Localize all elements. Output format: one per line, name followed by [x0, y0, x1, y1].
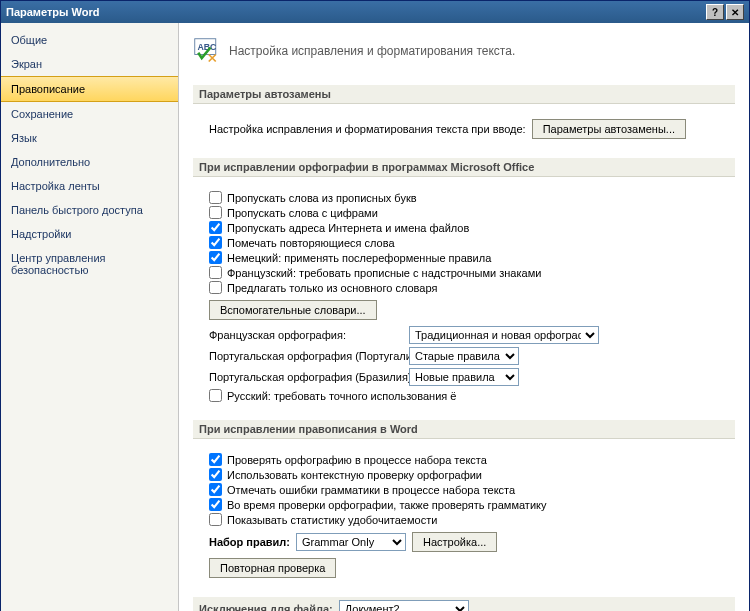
- cb-numbers[interactable]: [209, 206, 222, 219]
- cb-uppercase[interactable]: [209, 191, 222, 204]
- recheck-button[interactable]: Повторная проверка: [209, 558, 336, 578]
- lbl-mark-grammar: Отмечать ошибки грамматики в процессе на…: [227, 484, 515, 496]
- cb-main-dict[interactable]: [209, 281, 222, 294]
- section-autocorrect-header: Параметры автозамены: [193, 85, 735, 104]
- sidebar-item-language[interactable]: Язык: [1, 126, 178, 150]
- pt-pt-label: Португальская орфография (Португалия):: [209, 350, 399, 362]
- grammar-settings-button[interactable]: Настройка...: [412, 532, 497, 552]
- proofing-icon: ABC: [193, 37, 221, 65]
- sidebar-item-general[interactable]: Общие: [1, 28, 178, 52]
- cb-check-grammar[interactable]: [209, 498, 222, 511]
- page-header: ABC Настройка исправления и форматирован…: [193, 31, 735, 77]
- cb-russian-yo[interactable]: [209, 389, 222, 402]
- sidebar-item-qat[interactable]: Панель быстрого доступа: [1, 198, 178, 222]
- dialog-window: Параметры Word ? ✕ Общие Экран Правописа…: [0, 0, 750, 611]
- lbl-french-acc: Французский: требовать прописные с надст…: [227, 267, 541, 279]
- dialog-body: Общие Экран Правописание Сохранение Язык…: [1, 23, 749, 611]
- section-office-header: При исправлении орфографии в программах …: [193, 158, 735, 177]
- cb-context-spell[interactable]: [209, 468, 222, 481]
- custom-dictionaries-button[interactable]: Вспомогательные словари...: [209, 300, 377, 320]
- window-title: Параметры Word: [6, 6, 99, 18]
- autocorrect-desc: Настройка исправления и форматирования т…: [209, 123, 526, 135]
- sidebar-item-proofing[interactable]: Правописание: [1, 76, 178, 102]
- sidebar: Общие Экран Правописание Сохранение Язык…: [1, 23, 179, 611]
- sidebar-item-advanced[interactable]: Дополнительно: [1, 150, 178, 174]
- lbl-repeated: Помечать повторяющиеся слова: [227, 237, 395, 249]
- titlebar: Параметры Word ? ✕: [1, 1, 749, 23]
- cb-readability[interactable]: [209, 513, 222, 526]
- sidebar-item-addins[interactable]: Надстройки: [1, 222, 178, 246]
- exceptions-title: Исключения для файла:: [199, 603, 333, 611]
- lbl-russian-yo: Русский: требовать точного использования…: [227, 390, 456, 402]
- titlebar-buttons: ? ✕: [706, 4, 744, 20]
- sidebar-item-save[interactable]: Сохранение: [1, 102, 178, 126]
- exceptions-file-select[interactable]: Документ2: [339, 600, 469, 611]
- section-word-header: При исправлении правописания в Word: [193, 420, 735, 439]
- lbl-readability: Показывать статистику удобочитаемости: [227, 514, 437, 526]
- section-exceptions-header: Исключения для файла: Документ2: [193, 597, 735, 611]
- lbl-urls: Пропускать адреса Интернета и имена файл…: [227, 222, 469, 234]
- page-header-text: Настройка исправления и форматирования т…: [229, 44, 515, 58]
- french-mode-label: Французская орфография:: [209, 329, 399, 341]
- help-button[interactable]: ?: [706, 4, 724, 20]
- cb-mark-grammar[interactable]: [209, 483, 222, 496]
- pt-pt-select[interactable]: Старые правила: [409, 347, 519, 365]
- lbl-german: Немецкий: применять послереформенные пра…: [227, 252, 491, 264]
- lbl-context-spell: Использовать контекстную проверку орфогр…: [227, 469, 482, 481]
- lbl-main-dict: Предлагать только из основного словаря: [227, 282, 437, 294]
- cb-check-spell[interactable]: [209, 453, 222, 466]
- cb-german[interactable]: [209, 251, 222, 264]
- main-area: Общие Экран Правописание Сохранение Язык…: [1, 23, 749, 611]
- lbl-check-spell: Проверять орфографию в процессе набора т…: [227, 454, 487, 466]
- french-mode-select[interactable]: Традиционная и новая орфография: [409, 326, 599, 344]
- rules-select[interactable]: Grammar Only: [296, 533, 406, 551]
- content-pane: ABC Настройка исправления и форматирован…: [179, 23, 749, 611]
- close-button[interactable]: ✕: [726, 4, 744, 20]
- sidebar-item-ribbon[interactable]: Настройка ленты: [1, 174, 178, 198]
- pt-br-select[interactable]: Новые правила: [409, 368, 519, 386]
- lbl-check-grammar: Во время проверки орфографии, также пров…: [227, 499, 546, 511]
- sidebar-item-trust-center[interactable]: Центр управления безопасностью: [1, 246, 178, 282]
- cb-repeated[interactable]: [209, 236, 222, 249]
- cb-urls[interactable]: [209, 221, 222, 234]
- autocorrect-options-button[interactable]: Параметры автозамены...: [532, 119, 686, 139]
- lbl-uppercase: Пропускать слова из прописных букв: [227, 192, 417, 204]
- rules-label: Набор правил:: [209, 536, 290, 548]
- lbl-numbers: Пропускать слова с цифрами: [227, 207, 378, 219]
- sidebar-item-display[interactable]: Экран: [1, 52, 178, 76]
- pt-br-label: Португальская орфография (Бразилия):: [209, 371, 399, 383]
- cb-french-acc[interactable]: [209, 266, 222, 279]
